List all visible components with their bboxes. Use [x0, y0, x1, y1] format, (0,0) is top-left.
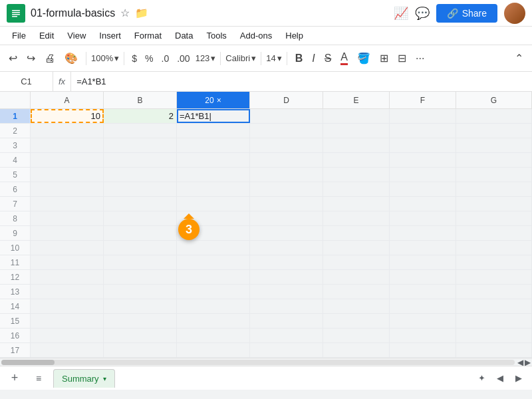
font-select[interactable]: Calibri ▾: [225, 53, 256, 63]
cell-g1[interactable]: [456, 109, 532, 123]
cell-b11[interactable]: [104, 255, 177, 269]
expand-button[interactable]: ⌃: [511, 49, 527, 67]
cell-b9[interactable]: [104, 226, 177, 240]
star-icon[interactable]: ☆: [120, 7, 130, 19]
cell-f14[interactable]: [390, 299, 456, 313]
row-num-5[interactable]: 5: [0, 168, 31, 182]
cell-d5[interactable]: [250, 168, 323, 182]
row-num-12[interactable]: 12: [0, 270, 31, 284]
row-num-6[interactable]: 6: [0, 182, 31, 196]
underline-a-button[interactable]: A: [337, 49, 351, 68]
redo-button[interactable]: ↪: [23, 49, 39, 67]
cell-e10[interactable]: [323, 241, 390, 255]
row-num-9[interactable]: 9: [0, 226, 31, 240]
menu-view[interactable]: View: [61, 29, 92, 42]
col-c-close-icon[interactable]: ×: [217, 96, 221, 105]
cell-g11[interactable]: [456, 255, 532, 269]
cell-c14[interactable]: [177, 299, 250, 313]
cell-f4[interactable]: [390, 153, 456, 167]
cell-g17[interactable]: [456, 343, 532, 357]
cell-d15[interactable]: [250, 314, 323, 328]
row-num-1[interactable]: 1: [0, 109, 31, 123]
cell-a12[interactable]: [31, 270, 104, 284]
cell-e16[interactable]: [323, 329, 390, 342]
cell-f1[interactable]: [390, 109, 456, 123]
cell-g5[interactable]: [456, 168, 532, 182]
cell-a6[interactable]: [31, 182, 104, 196]
cell-d13[interactable]: [250, 285, 323, 299]
scroll-track[interactable]: [1, 360, 515, 365]
menu-addons[interactable]: Add-ons: [233, 29, 279, 42]
cell-f5[interactable]: [390, 168, 456, 182]
cell-e7[interactable]: [323, 197, 390, 211]
cell-b5[interactable]: [104, 168, 177, 182]
scroll-thumb[interactable]: [1, 360, 55, 365]
cell-c6[interactable]: [177, 182, 250, 196]
bold-button[interactable]: B: [292, 50, 307, 67]
cell-c12[interactable]: [177, 270, 250, 284]
cell-e4[interactable]: [323, 153, 390, 167]
menu-file[interactable]: File: [5, 29, 33, 42]
cell-a9[interactable]: [31, 226, 104, 240]
italic-button[interactable]: I: [309, 50, 318, 67]
menu-edit[interactable]: Edit: [33, 29, 61, 42]
cell-a17[interactable]: [31, 343, 104, 357]
col-header-d[interactable]: D: [250, 92, 323, 108]
row-num-13[interactable]: 13: [0, 285, 31, 299]
cell-e8[interactable]: [323, 211, 390, 225]
cell-a13[interactable]: [31, 285, 104, 299]
format-number-select[interactable]: 123 ▾: [196, 53, 216, 63]
col-header-c[interactable]: 20 ×: [177, 92, 250, 108]
cell-f10[interactable]: [390, 241, 456, 255]
percent-button[interactable]: %: [142, 52, 156, 65]
cell-d6[interactable]: [250, 182, 323, 196]
col-header-e[interactable]: E: [323, 92, 390, 108]
decimal-less-button[interactable]: .0: [159, 52, 172, 65]
cell-c2[interactable]: [177, 124, 250, 138]
cell-f8[interactable]: [390, 211, 456, 225]
cell-d8[interactable]: [250, 211, 323, 225]
cell-c10[interactable]: [177, 241, 250, 255]
cell-b12[interactable]: [104, 270, 177, 284]
cell-g8[interactable]: [456, 211, 532, 225]
cell-f9[interactable]: [390, 226, 456, 240]
cell-d16[interactable]: [250, 329, 323, 342]
cell-c7[interactable]: [177, 197, 250, 211]
cell-d2[interactable]: [250, 124, 323, 138]
scroll-right-icon[interactable]: ▶: [525, 358, 531, 366]
cell-g3[interactable]: [456, 138, 532, 152]
cell-f12[interactable]: [390, 270, 456, 284]
col-header-f[interactable]: F: [390, 92, 456, 108]
add-sheet-button[interactable]: +: [5, 369, 24, 388]
cell-a16[interactable]: [31, 329, 104, 342]
cell-b15[interactable]: [104, 314, 177, 328]
cell-c5[interactable]: [177, 168, 250, 182]
cell-e6[interactable]: [323, 182, 390, 196]
sheet-list-button[interactable]: ≡: [29, 369, 48, 388]
cell-a11[interactable]: [31, 255, 104, 269]
cell-a3[interactable]: [31, 138, 104, 152]
cell-b14[interactable]: [104, 299, 177, 313]
cell-g14[interactable]: [456, 299, 532, 313]
cell-d4[interactable]: [250, 153, 323, 167]
decimal-more-button[interactable]: .00: [174, 52, 192, 65]
menu-data[interactable]: Data: [168, 29, 200, 42]
comment-icon[interactable]: 💬: [415, 6, 430, 21]
cell-d1[interactable]: [250, 109, 323, 123]
print-button[interactable]: 🖨: [41, 50, 59, 67]
nav-right-button[interactable]: ▶: [511, 370, 527, 386]
cell-f2[interactable]: [390, 124, 456, 138]
row-num-3[interactable]: 3: [0, 138, 31, 152]
cell-d10[interactable]: [250, 241, 323, 255]
cell-g15[interactable]: [456, 314, 532, 328]
cell-g4[interactable]: [456, 153, 532, 167]
explore-button[interactable]: ✦: [473, 370, 489, 386]
cell-f7[interactable]: [390, 197, 456, 211]
cell-b2[interactable]: [104, 124, 177, 138]
folder-icon[interactable]: 📁: [135, 7, 148, 19]
row-num-10[interactable]: 10: [0, 241, 31, 255]
menu-format[interactable]: Format: [128, 29, 168, 42]
cell-e1[interactable]: [323, 109, 390, 123]
col-header-a[interactable]: A: [31, 92, 104, 108]
row-num-11[interactable]: 11: [0, 255, 31, 269]
